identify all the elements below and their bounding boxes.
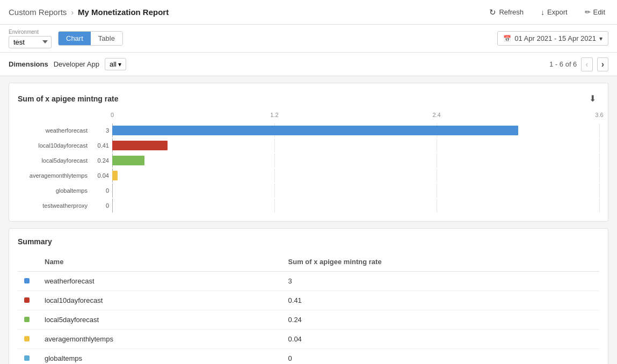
table-row: local10dayforecast0.41 [18, 291, 599, 310]
summary-table-body: weatherforecast3local10dayforecast0.41lo… [18, 272, 599, 365]
chart-row-bar-area [112, 123, 599, 137]
chart-bar [112, 171, 118, 180]
calendar-icon [503, 34, 511, 42]
header-actions: Refresh Export Edit [486, 5, 608, 19]
chart-card-header: Sum of x apigee mintng rate [18, 92, 599, 105]
chart-row-bar-area [112, 154, 599, 168]
table-header-row: Name Sum of x apigee mintng rate [18, 252, 599, 272]
edit-button[interactable]: Edit [582, 6, 608, 18]
table-name-cell: local5dayforecast [38, 310, 282, 330]
dimensions-label: Dimensions [9, 60, 48, 68]
chart-row-value-label: 3 [93, 127, 112, 134]
table-row: averagemonthlytemps0.04 [18, 330, 599, 349]
table-row: local5dayforecast0.24 [18, 310, 599, 330]
edit-icon [585, 8, 591, 16]
chart-card: Sum of x apigee mintng rate 0 1.2 2.4 3.… [9, 83, 608, 222]
chart-row-value-label: 0 [93, 187, 112, 194]
edit-label: Edit [593, 8, 605, 16]
breadcrumb-parent[interactable]: Custom Reports [9, 8, 67, 17]
environment-label: Environment [9, 29, 52, 35]
date-range-text: 01 Apr 2021 - 15 Apr 2021 [514, 34, 596, 42]
chart-row: weatherforecast3 [18, 123, 599, 137]
color-dot [24, 336, 30, 341]
summary-title: Summary [18, 237, 52, 246]
color-dot [24, 355, 30, 361]
color-col-header [18, 252, 38, 272]
pagination-info: 1 - 6 of 6 [549, 57, 608, 71]
tab-chart[interactable]: Chart [59, 32, 91, 45]
chart-row-label: testweatherproxy [18, 202, 93, 209]
color-dot [24, 317, 30, 322]
dimensions-left: Dimensions Developer App all [9, 58, 126, 70]
summary-card-header: Summary [18, 237, 599, 246]
table-name-cell: local10dayforecast [38, 291, 282, 310]
dimensions-bar: Dimensions Developer App all 1 - 6 of 6 [0, 53, 617, 76]
dimensions-filter-button[interactable]: all [105, 58, 126, 70]
dimension-name: Developer App [54, 60, 99, 68]
chart-row: testweatherproxy0 [18, 199, 599, 213]
table-name-cell: globaltemps [38, 349, 282, 365]
chart-row: local5dayforecast0.24 [18, 154, 599, 168]
date-range-button[interactable]: 01 Apr 2021 - 15 Apr 2021 [497, 31, 608, 46]
chart-row-value-label: 0.04 [93, 172, 112, 179]
table-color-cell [18, 272, 38, 291]
export-label: Export [547, 8, 568, 16]
name-col-header: Name [38, 252, 282, 272]
chevron-right-icon [601, 60, 604, 69]
chart-row-label: local5dayforecast [18, 157, 93, 164]
chart-row-bar-area [112, 199, 599, 213]
chart-row-label: local10dayforecast [18, 142, 93, 149]
color-dot [24, 278, 30, 283]
table-row: weatherforecast3 [18, 272, 599, 291]
table-value-cell: 0.04 [282, 330, 599, 349]
export-button[interactable]: Export [538, 6, 571, 19]
main-content: Sum of x apigee mintng rate 0 1.2 2.4 3.… [0, 76, 617, 364]
page-header: Custom Reports › My Monetization Report … [0, 0, 617, 25]
chart-row: local10dayforecast0.41 [18, 139, 599, 152]
filter-chevron-icon [118, 60, 121, 68]
chart-bar [112, 126, 518, 135]
color-dot [24, 297, 30, 303]
refresh-label: Refresh [499, 8, 524, 16]
environment-select[interactable]: test prod [9, 36, 52, 48]
chart-row-bar-area [112, 169, 599, 183]
chart-row-value-label: 0.41 [93, 142, 112, 149]
chart-row-label: weatherforecast [18, 127, 93, 134]
chart-row-label: averagemonthlytemps [18, 172, 93, 179]
breadcrumb-separator: › [71, 8, 74, 17]
bar-chart: 0 1.2 2.4 3.6 weatherforecast3local10day… [18, 112, 599, 213]
table-value-cell: 0.41 [282, 291, 599, 310]
chart-row-bar-area [112, 139, 599, 152]
filter-value: all [110, 60, 117, 68]
tab-table[interactable]: Table [91, 32, 122, 45]
table-name-cell: averagemonthlytemps [38, 330, 282, 349]
chart-bar [112, 141, 168, 150]
chart-row-bar-area [112, 184, 599, 198]
value-col-header: Sum of x apigee mintng rate [282, 252, 599, 272]
refresh-icon [489, 8, 496, 17]
summary-table: Name Sum of x apigee mintng rate weather… [18, 252, 599, 364]
table-color-cell [18, 330, 38, 349]
table-color-cell [18, 291, 38, 310]
table-name-cell: weatherforecast [38, 272, 282, 291]
download-icon [589, 93, 596, 104]
environment-select-wrapper: Environment test prod [9, 29, 52, 48]
pagination-next-button[interactable] [597, 57, 608, 71]
toolbar-left: Environment test prod Chart Table [9, 29, 123, 48]
chart-row-label: globaltemps [18, 187, 93, 194]
chart-row: globaltemps0 [18, 184, 599, 198]
chart-download-button[interactable] [586, 92, 599, 105]
export-icon [541, 8, 545, 17]
pagination-prev-button[interactable] [581, 57, 592, 71]
table-color-cell [18, 310, 38, 330]
table-color-cell [18, 349, 38, 365]
table-value-cell: 0 [282, 349, 599, 365]
breadcrumb-current: My Monetization Report [78, 8, 169, 17]
chart-bar [112, 156, 144, 165]
view-tabs: Chart Table [58, 31, 123, 46]
chevron-left-icon [585, 60, 588, 69]
table-row: globaltemps0 [18, 349, 599, 365]
pagination-text: 1 - 6 of 6 [549, 60, 577, 68]
refresh-button[interactable]: Refresh [486, 5, 527, 19]
chart-row-value-label: 0.24 [93, 157, 112, 164]
